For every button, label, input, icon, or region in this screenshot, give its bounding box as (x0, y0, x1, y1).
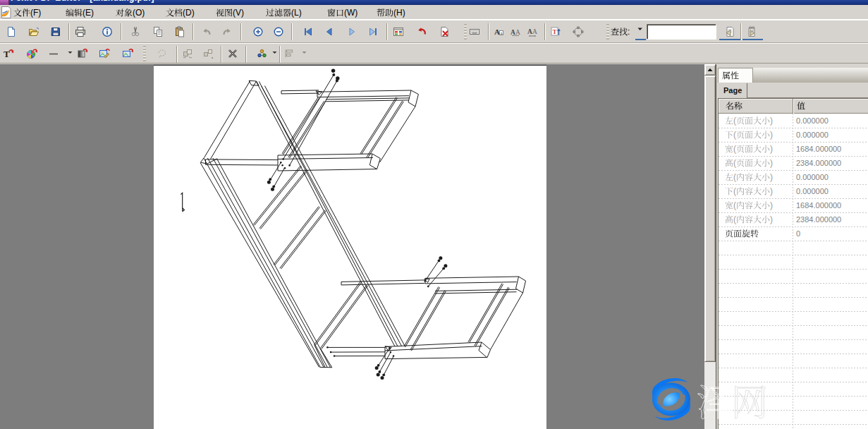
property-value: 0.000000 (796, 116, 829, 125)
replace-image-button[interactable] (119, 45, 136, 62)
find-next-button[interactable] (743, 23, 760, 40)
panel-header (718, 68, 868, 83)
menu-item-document[interactable]: (D) (166, 7, 195, 18)
svg-text:A: A (527, 28, 532, 35)
previous-page-button[interactable] (321, 23, 338, 40)
property-row[interactable]: 0 (719, 226, 868, 241)
page-layout-button[interactable] (390, 23, 407, 40)
edit-color-button[interactable] (23, 45, 40, 62)
next-page-button[interactable] (343, 23, 360, 40)
grid-rows: ()0.000000()0.000000()1684.000000()2384.… (719, 114, 868, 429)
first-page-button[interactable] (300, 23, 317, 40)
shading-button[interactable] (74, 45, 91, 62)
toolbar-separator (240, 23, 242, 40)
menu-item-object[interactable]: (O) (116, 7, 145, 18)
svg-text:T: T (553, 28, 557, 35)
cut-icon (130, 26, 141, 37)
delete-page-button[interactable] (436, 23, 453, 40)
property-row[interactable]: ()0.000000 (719, 170, 868, 184)
last-page-button[interactable] (365, 23, 381, 40)
dropdown-arrow-icon (637, 23, 644, 35)
colorwheel-icon (26, 48, 37, 59)
group-objects-button[interactable] (179, 45, 196, 62)
keyboard-icon (469, 26, 480, 37)
properties-panel: Page ()0.000000()0.000000()1684.000000 (716, 64, 868, 429)
foxit-document-icon (1, 6, 11, 18)
toolbar-separator (121, 23, 122, 40)
document-icon[interactable] (1, 6, 11, 21)
menu-item-window[interactable]: (W) (327, 7, 357, 18)
toolbar-object: T (0, 43, 868, 64)
property-value: 2384.000000 (796, 159, 841, 167)
paragraph-format-button[interactable]: AA (524, 23, 541, 40)
property-row[interactable]: ()0.000000 (719, 184, 868, 198)
object-tools-button[interactable] (253, 45, 270, 62)
dropdown-caret[interactable] (301, 47, 307, 61)
property-value: 0 (796, 229, 800, 238)
title-bar[interactable]: Foxit PDF Editor - [anzhuang.pdf] (0, 0, 868, 5)
print-button[interactable] (72, 23, 89, 40)
property-row[interactable]: ()0.000000 (719, 114, 868, 128)
rotate-page-button[interactable] (413, 23, 430, 40)
property-row[interactable]: ()1684.000000 (719, 142, 868, 156)
redo-button[interactable] (219, 23, 236, 40)
property-row[interactable]: ()0.000000 (719, 128, 868, 142)
find-previous-icon (724, 26, 735, 37)
find-dropdown-caret[interactable] (637, 23, 644, 37)
panel-title[interactable] (718, 68, 753, 83)
zoom-in-button[interactable] (250, 23, 267, 40)
property-value: 1684.000000 (796, 201, 841, 210)
zoomin-icon (252, 26, 264, 37)
scroll-up-button[interactable] (704, 64, 716, 75)
zoom-out-button[interactable] (270, 23, 287, 40)
undo-button[interactable] (198, 23, 215, 40)
menu-item-edit[interactable]: (E) (66, 7, 94, 18)
insert-text-button[interactable]: T (547, 23, 564, 40)
tab-page[interactable]: Page (718, 83, 747, 98)
paste-button[interactable] (171, 23, 188, 40)
open-button[interactable] (25, 23, 42, 40)
add-text-button[interactable]: T (0, 45, 17, 62)
cut-button[interactable] (127, 23, 144, 40)
svg-text:T: T (4, 49, 10, 59)
property-row[interactable]: ()2384.000000 (719, 156, 868, 170)
pdf-page[interactable] (154, 65, 546, 429)
find-caret-underline (635, 39, 646, 40)
svg-text:A: A (532, 28, 537, 35)
menu-item-view[interactable]: (V) (216, 7, 244, 18)
find-previous-button[interactable] (721, 23, 738, 40)
font-format-button[interactable]: Aa (490, 23, 507, 40)
keyboard-button[interactable] (466, 23, 483, 40)
line-style-button[interactable] (45, 45, 62, 62)
save-button[interactable] (47, 23, 64, 40)
menu-item-filter[interactable]: (L) (266, 7, 302, 18)
text-region-button[interactable] (570, 23, 587, 40)
menu-item-file[interactable]: (F) (13, 7, 41, 18)
property-name: () (725, 130, 773, 140)
delete-object-button[interactable] (224, 45, 241, 62)
new-document-button[interactable] (3, 23, 20, 40)
document-info-button[interactable] (99, 23, 116, 40)
scrollbar-thumb[interactable] (704, 75, 716, 362)
property-row[interactable]: ()2384.000000 (719, 212, 868, 226)
column-divider[interactable] (793, 99, 794, 114)
char-format-button[interactable]: AA (507, 23, 524, 40)
fontAA-icon: AA (510, 26, 521, 37)
dropdown-caret[interactable] (67, 47, 73, 61)
find-next-underline (742, 39, 763, 40)
edit-image-button[interactable] (96, 45, 113, 62)
property-name: () (725, 214, 773, 224)
menu-item-help[interactable]: (H) (377, 7, 405, 18)
find-input[interactable] (647, 24, 716, 40)
vertical-scrollbar[interactable] (704, 64, 716, 429)
property-row[interactable]: ()1684.000000 (719, 198, 868, 212)
dropdown-caret[interactable] (271, 47, 278, 61)
align-objects-button[interactable] (281, 45, 298, 62)
document-canvas[interactable] (0, 64, 704, 429)
ungroup-objects-button[interactable] (200, 45, 216, 62)
property-name: () (725, 158, 773, 168)
fontAA2-icon: AA (527, 26, 538, 37)
print-icon (75, 26, 86, 37)
select-region-button[interactable] (154, 45, 171, 62)
copy-button[interactable] (149, 23, 166, 40)
